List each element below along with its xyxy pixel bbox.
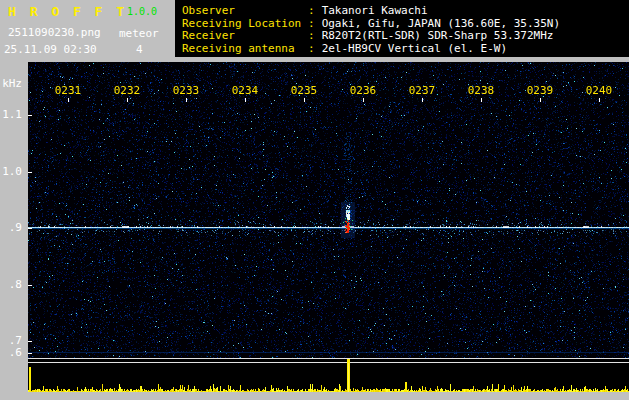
mode-label: meteor (119, 27, 159, 40)
time-tick-label: 0235 (291, 84, 318, 97)
time-tick-mark (245, 98, 246, 102)
time-tick-mark (304, 98, 305, 102)
time-tick-label: 0232 (114, 84, 141, 97)
frequency-axis: kHz 1.11.0.9.8.7.6 (0, 57, 26, 400)
freq-tick-label: .8 (9, 279, 22, 291)
header-left-panel: H R O F F T 1.0.0 2511090230.png meteor … (0, 0, 175, 57)
freq-tick-mark (28, 228, 32, 229)
time-tick-mark (68, 98, 69, 102)
spectrogram-canvas (28, 62, 629, 358)
divider-line-top (28, 358, 629, 359)
info-label: Receiver (182, 30, 308, 43)
info-label: Observer (182, 5, 308, 18)
freq-tick-label: .6 (9, 347, 22, 359)
time-tick-mark (422, 98, 423, 102)
datetime-label: 25.11.09 02:30 (4, 43, 97, 56)
info-colon: : (308, 17, 315, 30)
freq-tick-label: 1.1 (2, 109, 22, 121)
info-value: R820T2(RTL-SDR) SDR-Sharp 53.372MHz (322, 29, 554, 42)
meteor-count: 4 (136, 43, 143, 56)
info-value: Ogaki, Gifu, JAPAN (136.60E, 35.35N) (322, 17, 560, 30)
time-tick-label: 0239 (527, 84, 554, 97)
time-tick-label: 0236 (350, 84, 377, 97)
freq-tick-mark (28, 115, 32, 116)
freq-tick-mark (28, 172, 32, 173)
time-tick-label: 0237 (409, 84, 436, 97)
time-tick-mark (127, 98, 128, 102)
info-value: Takanori Kawachi (322, 4, 428, 17)
time-tick-mark (599, 98, 600, 102)
freq-tick-mark (28, 353, 32, 354)
time-tick-mark (186, 98, 187, 102)
info-label: Receiving antenna (182, 43, 308, 56)
info-row-antenna: Receiving antenna:2el-HB9CV Vertical (el… (182, 43, 629, 56)
time-tick-label: 0240 (586, 84, 613, 97)
time-tick-mark (540, 98, 541, 102)
power-strip-panel (28, 358, 629, 392)
header-info-panel: Observer:Takanori Kawachi Receiving Loca… (175, 0, 629, 57)
freq-tick-label: .9 (9, 222, 22, 234)
time-tick-label: 0233 (173, 84, 200, 97)
spectrogram-panel: 0231023202330234023502360237023802390240 (28, 62, 629, 358)
hrofft-window: H R O F F T 1.0.0 2511090230.png meteor … (0, 0, 629, 400)
time-tick-mark (363, 98, 364, 102)
freq-tick-mark (28, 285, 32, 286)
freq-tick-label: 1.0 (2, 166, 22, 178)
power-strip-canvas (28, 363, 629, 392)
info-value: 2el-HB9CV Vertical (el. E-W) (322, 42, 507, 55)
time-tick-mark (481, 98, 482, 102)
time-tick-label: 0231 (55, 84, 82, 97)
freq-tick-mark (28, 341, 32, 342)
info-colon: : (308, 29, 315, 42)
time-tick-label: 0238 (468, 84, 495, 97)
info-colon: : (308, 42, 315, 55)
axis-unit-label: kHz (2, 78, 22, 90)
app-version: 1.0.0 (127, 6, 157, 17)
time-tick-label: 0234 (232, 84, 259, 97)
output-file-name: 2511090230.png (8, 26, 101, 39)
info-colon: : (308, 4, 315, 17)
app-title: H R O F F T (8, 4, 127, 19)
